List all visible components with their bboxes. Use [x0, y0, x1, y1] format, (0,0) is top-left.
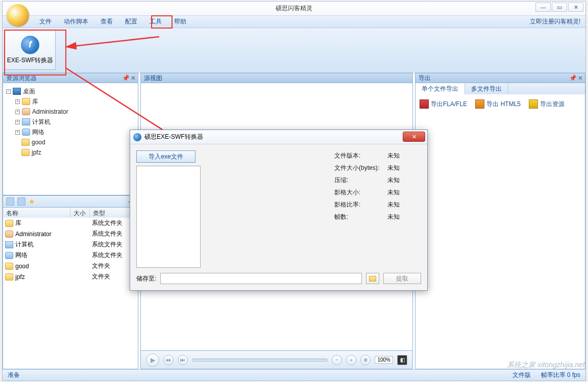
col-name[interactable]: 名称: [3, 208, 70, 218]
file-info-table: 文件版本:未知 文件大小(bytes):未知 压缩:未知 影格大小:未知 影格比…: [334, 151, 400, 225]
zoom-level[interactable]: 100%: [375, 356, 393, 364]
export-fla-button[interactable]: 导出FLA/FLE: [420, 99, 467, 109]
fullscreen-button[interactable]: ◧: [397, 355, 407, 365]
list-row[interactable]: jpfz文件夹: [3, 271, 138, 282]
col-size[interactable]: 大小: [70, 208, 90, 218]
status-frame-rate: 帧率比率 0 fps: [541, 371, 580, 379]
source-view-header: 源视图: [140, 73, 413, 83]
menu-file[interactable]: 文件: [33, 15, 58, 28]
import-exe-button[interactable]: 导入exe文件: [136, 150, 195, 163]
tree-panel: −桌面 +库 +Administrator +计算机 +网络 good jpfz: [3, 83, 138, 195]
dialog-title: 硕思EXE-SWF转换器: [144, 133, 203, 141]
favorite-icon[interactable]: ★: [29, 197, 37, 206]
save-path-input[interactable]: [160, 273, 362, 284]
tool-label: EXE-SWF转换器: [7, 56, 54, 65]
label-movie-size: 影格大小:: [334, 188, 387, 200]
tree-root-desktop[interactable]: −桌面: [6, 86, 135, 96]
titlebar: 硕思闪客精灵 — ▭ ✕: [3, 2, 585, 16]
status-file-version: 文件版: [512, 371, 531, 379]
browse-button[interactable]: [366, 273, 379, 284]
label-version: 文件版本:: [334, 151, 387, 164]
flash-icon: f: [21, 36, 39, 54]
exe-swf-converter-dialog: 硕思EXE-SWF转换器 ✕ 导入exe文件 文件版本:未知 文件大小(byte…: [130, 130, 428, 291]
extract-button[interactable]: 提取: [383, 273, 421, 284]
player-bar: ▶ ⏮ ⏭ − ＋ ⊕ 100% ◧: [140, 351, 413, 369]
list-row[interactable]: 计算机系统文件夹: [3, 239, 138, 250]
up-icon[interactable]: [17, 197, 26, 206]
seek-bar[interactable]: [192, 359, 328, 362]
export-resource-button[interactable]: 导出资源: [529, 99, 565, 109]
right-column: 导出 📌✕ 单个文件导出 多文件导出 导出FLA/FLE 导出 HTML5 导出…: [415, 73, 585, 369]
maximize-button[interactable]: ▭: [552, 3, 567, 12]
menu-help[interactable]: 帮助: [168, 15, 192, 28]
list-row[interactable]: 网络系统文件夹: [3, 250, 138, 261]
export-html5-button[interactable]: 导出 HTML5: [475, 99, 521, 109]
next-button[interactable]: ⏭: [178, 355, 188, 365]
menu-config[interactable]: 配置: [119, 15, 143, 28]
pin-icon[interactable]: 📌: [122, 74, 130, 82]
pin-icon[interactable]: 📌: [569, 74, 577, 82]
export-body: 导出FLA/FLE 导出 HTML5 导出资源: [415, 94, 585, 369]
tree-item-good[interactable]: good: [6, 137, 135, 147]
app-icon: [7, 4, 29, 27]
statusbar: 准备 文件版 帧率比率 0 fps: [3, 369, 585, 380]
status-ready: 准备: [8, 371, 20, 379]
fla-icon: [420, 99, 429, 109]
label-compress: 压缩:: [334, 176, 387, 188]
tree-item-library[interactable]: +库: [6, 96, 135, 107]
list-body: 库系统文件夹 Administrator系统文件夹 计算机系统文件夹 网络系统文…: [3, 218, 138, 369]
save-row: 储存至: 提取: [136, 273, 421, 284]
resource-browser-header: 资源浏览器 📌✕: [3, 73, 138, 83]
play-button[interactable]: ▶: [146, 353, 159, 367]
menubar: 文件 动作脚本 查看 配置 工具 帮助 立即注册闪客精灵!: [3, 16, 585, 28]
list-header: 名称 大小 类型: [3, 208, 138, 218]
close-button[interactable]: ✕: [568, 3, 583, 12]
list-row[interactable]: 库系统文件夹: [3, 218, 138, 228]
zoom-in-button[interactable]: ＋: [346, 355, 356, 365]
tab-single-export[interactable]: 单个文件导出: [415, 83, 465, 94]
tab-multi-export[interactable]: 多文件导出: [465, 83, 508, 94]
minimize-button[interactable]: —: [535, 3, 551, 12]
register-link[interactable]: 立即注册闪客精灵!: [530, 17, 580, 26]
back-icon[interactable]: [6, 197, 14, 206]
dialog-close-button[interactable]: ✕: [403, 132, 425, 142]
menu-actionscript[interactable]: 动作脚本: [58, 15, 94, 28]
close-panel-icon[interactable]: ✕: [578, 74, 583, 82]
save-label: 储存至:: [136, 274, 156, 283]
zoom-out-button[interactable]: −: [332, 355, 342, 365]
menu-view[interactable]: 查看: [94, 15, 119, 28]
label-frames: 帧数:: [334, 213, 387, 225]
tree-item-jpfz[interactable]: jpfz: [6, 147, 135, 158]
zoom-fit-button[interactable]: ⊕: [360, 355, 371, 365]
resource-icon: [529, 99, 538, 109]
label-size: 文件大小(bytes):: [334, 164, 387, 176]
prev-button[interactable]: ⏮: [163, 355, 174, 365]
label-movie-rate: 影格比率:: [334, 200, 387, 213]
folder-icon: [369, 276, 376, 282]
export-header: 导出 📌✕: [415, 73, 585, 83]
left-column: 资源浏览器 📌✕ −桌面 +库 +Administrator +计算机 +网络 …: [3, 73, 138, 369]
close-panel-icon[interactable]: ✕: [131, 74, 136, 82]
dialog-icon: [133, 133, 141, 141]
list-toolbar: ★ ＋: [3, 195, 138, 208]
window-title: 硕思闪客精灵: [276, 4, 312, 13]
menu-tools[interactable]: 工具: [143, 15, 168, 28]
list-row[interactable]: Administrator系统文件夹: [3, 228, 138, 239]
file-list-box[interactable]: [136, 166, 201, 268]
dialog-body: 导入exe文件 文件版本:未知 文件大小(bytes):未知 压缩:未知 影格大…: [130, 144, 427, 290]
list-row[interactable]: good文件夹: [3, 261, 138, 271]
tree-item-administrator[interactable]: +Administrator: [6, 107, 135, 117]
exe-swf-converter-button[interactable]: f EXE-SWF转换器: [5, 30, 56, 70]
tree-item-computer[interactable]: +计算机: [6, 117, 135, 127]
tree-item-network[interactable]: +网络: [6, 127, 135, 137]
html5-icon: [475, 99, 484, 109]
toolbar: f EXE-SWF转换器: [3, 28, 585, 73]
dialog-titlebar: 硕思EXE-SWF转换器 ✕: [130, 130, 427, 144]
export-tabs: 单个文件导出 多文件导出: [415, 83, 585, 94]
